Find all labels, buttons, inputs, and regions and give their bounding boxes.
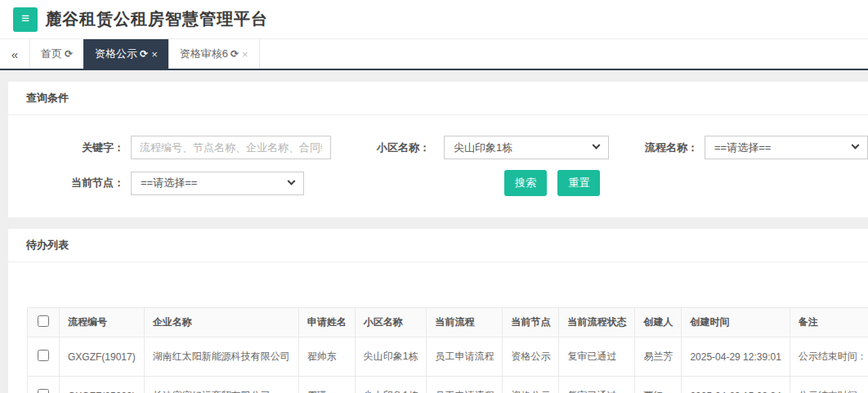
todo-table-wrap: 流程编号 企业名称 申请姓名 小区名称 当前流程 当前节点 当前流程状态 创建人… (27, 307, 868, 393)
hamburger-menu-icon[interactable]: ≡ (13, 7, 38, 32)
tab-home[interactable]: 首页 ⟳ (29, 39, 83, 69)
cell-remark: 公示结束时间： 2025-05-06 14:58:26 (790, 337, 868, 377)
cell-applicant: 周瑛 (298, 377, 355, 393)
chevron-down-icon (593, 141, 601, 150)
cell-process: 员工申请流程 (427, 377, 503, 393)
refresh-icon[interactable]: ⟳ (230, 48, 239, 60)
app-title: 麓谷租赁公租房智慧管理平台 (45, 8, 268, 30)
todo-panel: 待办列表 流程编号 企业名称 申请姓名 小区名称 当前流程 当前节点 当前流程状… (8, 229, 868, 393)
community-select[interactable]: 尖山印象1栋 (444, 136, 609, 159)
cell-community: 尖山印象1栋 (355, 337, 427, 377)
cell-node: 资格公示 (503, 377, 559, 393)
cell-creator: 易兰芳 (635, 337, 682, 377)
table-row: GXGZF(25229) 长沙帘帘好运商贸有限公司 周瑛 尖山印象1栋 员工申请… (28, 377, 868, 393)
cell-community: 尖山印象1栋 (355, 377, 427, 393)
keyword-label: 关键字： (26, 141, 124, 155)
chevron-down-icon (288, 176, 296, 185)
tab-bar: « 首页 ⟳ 资格公示 ⟳ × 资格审核6 ⟳ × (0, 39, 868, 70)
row-select-checkbox[interactable] (38, 350, 49, 361)
cell-status: 复审已通过 (559, 337, 635, 377)
col-created: 创建时间 (682, 308, 790, 337)
cell-created: 2025-04-23 15:03:34 (682, 377, 790, 393)
col-community: 小区名称 (355, 308, 427, 337)
process-name-label: 流程名称： (645, 141, 698, 155)
table-row: GXGZF(19017) 湖南红太阳新能源科技有限公司 翟帅东 尖山印象1栋 员… (28, 337, 868, 377)
tab-qualification-review-label: 资格审核6 (180, 47, 228, 61)
refresh-icon[interactable]: ⟳ (140, 48, 148, 60)
search-button[interactable]: 搜索 (504, 170, 547, 196)
col-remark: 备注 (790, 308, 868, 337)
community-select-value: 尖山印象1栋 (454, 141, 512, 155)
cell-creator: 贾红 (635, 377, 682, 393)
col-node: 当前节点 (503, 308, 559, 337)
cell-remark: 公示结束时间： 2025-05-06 14:58:13 (790, 377, 868, 393)
reset-button[interactable]: 重置 (557, 170, 600, 196)
tab-qualification-publicity[interactable]: 资格公示 ⟳ × (83, 39, 168, 69)
cell-created: 2025-04-29 12:39:01 (682, 337, 790, 377)
todo-panel-title: 待办列表 (8, 229, 868, 262)
row-select-checkbox[interactable] (38, 389, 49, 393)
keyword-input[interactable] (131, 136, 331, 159)
community-label: 小区名称： (377, 141, 430, 155)
cell-node: 资格公示 (503, 337, 559, 377)
todo-table: 流程编号 企业名称 申请姓名 小区名称 当前流程 当前节点 当前流程状态 创建人… (27, 307, 868, 393)
col-company: 企业名称 (144, 308, 298, 337)
cell-company: 湖南红太阳新能源科技有限公司 (144, 337, 298, 377)
refresh-icon[interactable]: ⟳ (65, 48, 73, 60)
current-node-select-value: ==请选择== (141, 176, 197, 190)
process-name-select-value: ==请选择== (714, 141, 771, 155)
query-panel-title: 查询条件 (8, 82, 868, 115)
tab-qualification-publicity-label: 资格公示 (95, 47, 137, 61)
app-header: ≡ 麓谷租赁公租房智慧管理平台 (0, 0, 868, 39)
current-node-select[interactable]: ==请选择== (131, 172, 304, 195)
current-node-label: 当前节点： (26, 176, 124, 190)
col-creator: 创建人 (635, 308, 682, 337)
query-panel: 查询条件 关键字： 小区名称： 尖山印象1栋 流程名称： ==请选择== 当前节… (8, 82, 868, 217)
cell-company: 长沙帘帘好运商贸有限公司 (144, 377, 298, 393)
query-form: 关键字： 小区名称： 尖山印象1栋 流程名称： ==请选择== 当前节点： ==… (8, 115, 868, 217)
close-icon[interactable]: × (151, 48, 158, 60)
process-name-select[interactable]: ==请选择== (705, 136, 868, 159)
col-process: 当前流程 (427, 308, 503, 337)
tab-home-label: 首页 (41, 47, 62, 61)
col-process-no: 流程编号 (60, 308, 145, 337)
cell-applicant: 翟帅东 (298, 337, 355, 377)
tab-qualification-review[interactable]: 资格审核6 ⟳ × (168, 39, 260, 69)
cell-process-no: GXGZF(19017) (60, 337, 145, 377)
cell-process-no: GXGZF(25229) (60, 377, 145, 393)
cell-status: 复审已通过 (559, 377, 635, 393)
close-icon[interactable]: × (242, 48, 248, 60)
table-header-row: 流程编号 企业名称 申请姓名 小区名称 当前流程 当前节点 当前流程状态 创建人… (28, 308, 868, 337)
col-applicant: 申请姓名 (298, 308, 355, 337)
col-status: 当前流程状态 (559, 308, 635, 337)
chevron-down-icon (852, 141, 860, 150)
collapse-tabs-icon[interactable]: « (0, 39, 29, 69)
cell-process: 员工申请流程 (427, 337, 503, 377)
select-all-checkbox[interactable] (38, 315, 49, 327)
